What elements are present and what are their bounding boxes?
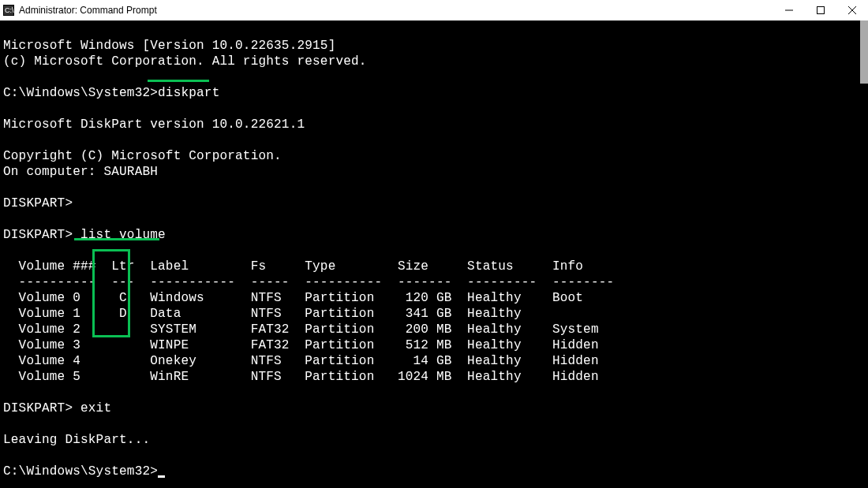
- titlebar-left: C:\ Administrator: Command Prompt: [3, 5, 157, 16]
- maximize-button[interactable]: [805, 0, 836, 20]
- copyright-line: (c) Microsoft Corporation. All rights re…: [3, 54, 367, 69]
- highlight-ltr-box: [92, 249, 130, 337]
- window-controls: [773, 0, 868, 20]
- svg-text:C:\: C:\: [5, 6, 14, 14]
- table-row: Volume 3 WINPE FAT32 Partition 512 MB He…: [3, 338, 599, 352]
- diskpart-prompt: DISKPART>: [3, 228, 80, 242]
- version-line: Microsoft Windows [Version 10.0.22635.29…: [3, 39, 335, 53]
- diskpart-prompt: DISKPART>: [3, 196, 73, 210]
- diskpart-exit: DISKPART> exit: [3, 401, 111, 415]
- titlebar: C:\ Administrator: Command Prompt: [0, 0, 868, 20]
- leaving-line: Leaving DiskPart...: [3, 433, 150, 447]
- cursor: [158, 475, 165, 478]
- prompt: C:\Windows\System32>: [3, 86, 158, 100]
- highlight-diskpart: [148, 80, 209, 82]
- prompt: C:\Windows\System32>: [3, 464, 158, 479]
- table-header: Volume ### Ltr Label Fs Type Size Status…: [3, 259, 583, 274]
- close-button[interactable]: [836, 0, 868, 20]
- diskpart-copyright: Copyright (C) Microsoft Corporation.: [3, 149, 282, 163]
- command-diskpart: diskpart: [158, 86, 219, 100]
- table-row: Volume 5 WinRE NTFS Partition 1024 MB He…: [3, 370, 599, 384]
- svg-rect-4: [817, 7, 825, 14]
- table-row: Volume 4 Onekey NTFS Partition 14 GB Hea…: [3, 354, 599, 368]
- table-row: Volume 0 C Windows NTFS Partition 120 GB…: [3, 291, 583, 305]
- diskpart-version: Microsoft DiskPart version 10.0.22621.1: [3, 117, 305, 132]
- computer-line: On computer: SAURABH: [3, 165, 158, 179]
- minimize-button[interactable]: [773, 0, 805, 20]
- table-row: Volume 1 D Data NTFS Partition 341 GB He…: [3, 307, 522, 321]
- cmd-icon: C:\: [3, 5, 14, 16]
- window-title: Administrator: Command Prompt: [19, 5, 157, 16]
- highlight-list-volume: [74, 238, 159, 240]
- terminal-output[interactable]: Microsoft Windows [Version 10.0.22635.29…: [0, 20, 868, 481]
